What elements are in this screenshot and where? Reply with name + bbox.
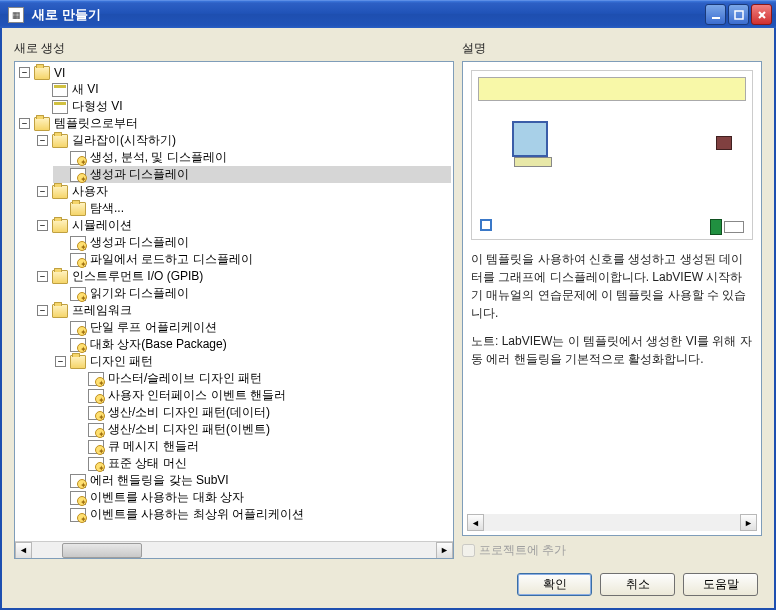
tree-item[interactable]: −프레임워크 xyxy=(35,302,451,319)
tree-item[interactable]: 생성과 디스플레이 xyxy=(53,234,451,251)
tree-item[interactable]: 마스터/슬레이브 디자인 패턴 xyxy=(71,370,451,387)
template-icon xyxy=(70,491,86,505)
tree-item-label: 에러 핸들링을 갖는 SubVI xyxy=(90,472,229,489)
tree-horizontal-scrollbar[interactable]: ◄ ► xyxy=(15,541,453,558)
tree-item-label: 길라잡이(시작하기) xyxy=(72,132,176,149)
ok-button[interactable]: 확인 xyxy=(517,573,592,596)
titlebar: ▦ 새로 만들기 xyxy=(0,0,776,28)
scroll-thumb[interactable] xyxy=(62,543,142,558)
tree-item[interactable]: −템플릿으로부터 xyxy=(17,115,451,132)
collapse-icon[interactable]: − xyxy=(37,305,48,316)
collapse-icon[interactable]: − xyxy=(37,220,48,231)
tree-item[interactable]: 새 VI xyxy=(35,81,451,98)
tree-item-label: 생성, 분석, 및 디스플레이 xyxy=(90,149,227,166)
tree-item[interactable]: 표준 상태 머신 xyxy=(71,455,451,472)
template-icon xyxy=(88,406,104,420)
template-icon xyxy=(70,321,86,335)
tree-item-label: 마스터/슬레이브 디자인 패턴 xyxy=(108,370,262,387)
tree-item-label: 이벤트를 사용하는 대화 상자 xyxy=(90,489,244,506)
collapse-icon[interactable]: − xyxy=(19,118,30,129)
folder-icon xyxy=(52,270,68,284)
tree-item-label: 읽기와 디스플레이 xyxy=(90,285,189,302)
tree-item[interactable]: 이벤트를 사용하는 최상위 어플리케이션 xyxy=(53,506,451,523)
template-icon xyxy=(88,423,104,437)
tree-item[interactable]: 큐 메시지 핸들러 xyxy=(71,438,451,455)
tree-item-label: 탐색... xyxy=(90,200,124,217)
tree-item-label: 생성과 디스플레이 xyxy=(90,166,189,183)
maximize-button[interactable] xyxy=(728,4,749,25)
tree-item-label: 생산/소비 디자인 패턴(데이터) xyxy=(108,404,270,421)
tree-item[interactable]: −길라잡이(시작하기) xyxy=(35,132,451,149)
desc-scroll-left-arrow[interactable]: ◄ xyxy=(467,514,484,531)
tree-view[interactable]: −VI새 VI다형성 VI−템플릿으로부터−길라잡이(시작하기)생성, 분석, … xyxy=(14,61,454,559)
left-panel-label: 새로 생성 xyxy=(14,40,454,57)
tree-item-label: 큐 메시지 핸들러 xyxy=(108,438,199,455)
tree-item-label: 대화 상자(Base Package) xyxy=(90,336,227,353)
tree-item-label: 프레임워크 xyxy=(72,302,132,319)
window-title: 새로 만들기 xyxy=(32,6,705,24)
tree-item[interactable]: 단일 루프 어플리케이션 xyxy=(53,319,451,336)
tree-item-label: 새 VI xyxy=(72,81,99,98)
tree-item[interactable]: 다형성 VI xyxy=(35,98,451,115)
add-to-project-checkbox xyxy=(462,544,475,557)
close-button[interactable] xyxy=(751,4,772,25)
template-icon xyxy=(70,151,86,165)
folder-icon xyxy=(70,355,86,369)
template-icon xyxy=(70,168,86,182)
tree-item[interactable]: 대화 상자(Base Package) xyxy=(53,336,451,353)
tree-item-label: 단일 루프 어플리케이션 xyxy=(90,319,217,336)
tree-item[interactable]: 사용자 인터페이스 이벤트 핸들러 xyxy=(71,387,451,404)
folder-icon xyxy=(52,304,68,318)
tree-item[interactable]: 탐색... xyxy=(53,200,451,217)
help-button[interactable]: 도움말 xyxy=(683,573,758,596)
tree-item-label: 디자인 패턴 xyxy=(90,353,153,370)
tree-item[interactable]: 읽기와 디스플레이 xyxy=(53,285,451,302)
tree-item[interactable]: −디자인 패턴 xyxy=(53,353,451,370)
cancel-button[interactable]: 취소 xyxy=(600,573,675,596)
collapse-icon[interactable]: − xyxy=(55,356,66,367)
template-icon xyxy=(70,508,86,522)
template-preview xyxy=(471,70,753,240)
tree-item[interactable]: 파일에서 로드하고 디스플레이 xyxy=(53,251,451,268)
tree-item[interactable]: 에러 핸들링을 갖는 SubVI xyxy=(53,472,451,489)
description-panel: 이 템플릿을 사용하여 신호를 생성하고 생성된 데이터를 그래프에 디스플레이… xyxy=(462,61,762,536)
vi-icon xyxy=(52,83,68,97)
tree-item[interactable]: 생성, 분석, 및 디스플레이 xyxy=(53,149,451,166)
vi-icon xyxy=(52,100,68,114)
template-icon xyxy=(70,474,86,488)
folder-icon xyxy=(52,134,68,148)
template-icon xyxy=(70,338,86,352)
tree-item[interactable]: 생성과 디스플레이 xyxy=(53,166,451,183)
scroll-left-arrow[interactable]: ◄ xyxy=(15,542,32,559)
description-paragraph-2: 노트: LabVIEW는 이 템플릿에서 생성한 VI를 위해 자동 에러 핸들… xyxy=(471,332,753,368)
template-icon xyxy=(70,287,86,301)
template-icon xyxy=(70,253,86,267)
tree-item[interactable]: 생산/소비 디자인 패턴(이벤트) xyxy=(71,421,451,438)
tree-item[interactable]: 생산/소비 디자인 패턴(데이터) xyxy=(71,404,451,421)
template-icon xyxy=(70,236,86,250)
template-icon xyxy=(88,440,104,454)
collapse-icon[interactable]: − xyxy=(19,67,30,78)
minimize-button[interactable] xyxy=(705,4,726,25)
minimize-icon xyxy=(711,10,721,20)
tree-item-label: 생산/소비 디자인 패턴(이벤트) xyxy=(108,421,270,438)
template-icon xyxy=(88,389,104,403)
tree-item[interactable]: −시뮬레이션 xyxy=(35,217,451,234)
collapse-icon[interactable]: − xyxy=(37,186,48,197)
close-icon xyxy=(757,10,767,20)
scroll-right-arrow[interactable]: ► xyxy=(436,542,453,559)
description-horizontal-scrollbar[interactable]: ◄ ► xyxy=(467,514,757,531)
tree-item[interactable]: 이벤트를 사용하는 대화 상자 xyxy=(53,489,451,506)
desc-scroll-right-arrow[interactable]: ► xyxy=(740,514,757,531)
tree-item[interactable]: −VI xyxy=(17,64,451,81)
svg-rect-0 xyxy=(712,17,720,19)
tree-item-label: 템플릿으로부터 xyxy=(54,115,138,132)
tree-item[interactable]: −사용자 xyxy=(35,183,451,200)
collapse-icon[interactable]: − xyxy=(37,135,48,146)
collapse-icon[interactable]: − xyxy=(37,271,48,282)
tree-item-label: 시뮬레이션 xyxy=(72,217,132,234)
folder-icon xyxy=(34,66,50,80)
description-paragraph-1: 이 템플릿을 사용하여 신호를 생성하고 생성된 데이터를 그래프에 디스플레이… xyxy=(471,250,753,322)
maximize-icon xyxy=(734,10,744,20)
tree-item[interactable]: −인스트루먼트 I/O (GPIB) xyxy=(35,268,451,285)
